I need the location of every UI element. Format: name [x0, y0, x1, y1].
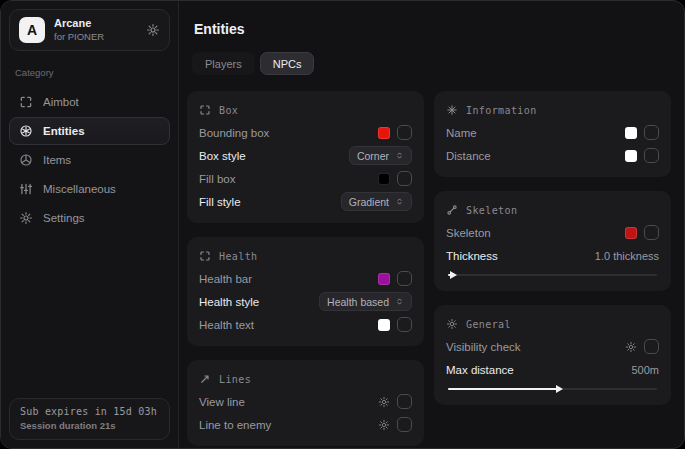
- setting-row-fill-style: Fill style Gradient: [199, 190, 412, 213]
- checkbox[interactable]: [644, 225, 659, 240]
- app-subtitle: for PIONER: [54, 31, 137, 43]
- category-label: Category: [15, 67, 164, 78]
- color-swatch[interactable]: [378, 173, 390, 185]
- corner-brackets-icon: [199, 250, 211, 262]
- row-config-gear-icon[interactable]: [378, 396, 390, 408]
- subscription-info: Sub expires in 15d 03h Session duration …: [9, 398, 170, 440]
- checkbox[interactable]: [397, 271, 412, 286]
- sparkle-icon: [446, 104, 458, 116]
- box-style-select[interactable]: Corner: [349, 146, 412, 165]
- card-general: General Visibility check Max distance 50…: [434, 305, 671, 405]
- tab-players[interactable]: Players: [192, 52, 255, 75]
- sidebar-nav: Aimbot Entities Items Miscellaneous: [9, 88, 170, 232]
- sidebar-item-label: Miscellaneous: [43, 183, 116, 195]
- page-title: Entities: [194, 21, 671, 37]
- row-config-gear-icon[interactable]: [625, 341, 637, 353]
- gear-icon: [19, 211, 33, 225]
- card-health: Health Health bar Health style Health ba…: [187, 237, 424, 346]
- sidebar-item-label: Entities: [43, 125, 85, 137]
- card-box: Box Bounding box Box style Corner: [187, 91, 424, 223]
- sidebar-item-label: Settings: [43, 212, 85, 224]
- sidebar-item-aimbot[interactable]: Aimbot: [9, 88, 170, 116]
- tab-npcs[interactable]: NPCs: [260, 52, 315, 75]
- setting-row-health-text: Health text: [199, 313, 412, 336]
- main-panel: Entities Players NPCs Box Bounding box: [179, 1, 684, 448]
- scan-icon: [19, 95, 33, 109]
- diagonal-line-icon: [199, 373, 211, 385]
- entity-tabs: Players NPCs: [192, 52, 671, 75]
- setting-row-fill-box: Fill box: [199, 167, 412, 190]
- setting-row-line-to-enemy: Line to enemy: [199, 413, 412, 436]
- bone-icon: [446, 204, 458, 216]
- setting-row-view-line: View line: [199, 390, 412, 413]
- setting-row-visibility-check: Visibility check: [446, 335, 659, 358]
- sidebar-item-label: Items: [43, 154, 71, 166]
- settings-gear-icon[interactable]: [146, 23, 160, 37]
- brand-header: A Arcane for PIONER: [9, 9, 170, 51]
- health-style-select[interactable]: Health based: [319, 292, 412, 311]
- sun-icon: [446, 318, 458, 330]
- card-title: Skeleton: [466, 205, 517, 216]
- card-title: Lines: [219, 374, 251, 385]
- checkbox[interactable]: [644, 125, 659, 140]
- thickness-slider[interactable]: [448, 270, 657, 280]
- color-swatch[interactable]: [378, 273, 390, 285]
- checkbox[interactable]: [644, 148, 659, 163]
- checkbox[interactable]: [397, 171, 412, 186]
- max-distance-value: 500m: [631, 364, 659, 376]
- sidebar: A Arcane for PIONER Category Aimbot Enti…: [1, 1, 179, 448]
- chevron-updown-icon: [395, 297, 404, 306]
- setting-row-max-distance: Max distance 500m: [446, 358, 659, 381]
- card-title: Information: [466, 105, 537, 116]
- sidebar-item-settings[interactable]: Settings: [9, 204, 170, 232]
- setting-row-name: Name: [446, 121, 659, 144]
- slider-handle[interactable]: [556, 385, 563, 393]
- checkbox[interactable]: [397, 394, 412, 409]
- checkbox[interactable]: [644, 339, 659, 354]
- sphere-icon: [19, 153, 33, 167]
- corner-brackets-icon: [199, 104, 211, 116]
- chevron-updown-icon: [395, 197, 404, 206]
- sidebar-item-entities[interactable]: Entities: [9, 117, 170, 145]
- sidebar-item-miscellaneous[interactable]: Miscellaneous: [9, 175, 170, 203]
- thickness-value: 1.0 thickness: [595, 250, 659, 262]
- card-title: General: [466, 319, 511, 330]
- session-duration-text: Session duration 21s: [20, 420, 159, 431]
- card-lines: Lines View line Line to enemy: [187, 360, 424, 446]
- sidebar-item-label: Aimbot: [43, 96, 79, 108]
- color-swatch[interactable]: [378, 319, 390, 331]
- setting-row-health-bar: Health bar: [199, 267, 412, 290]
- setting-row-bounding-box: Bounding box: [199, 121, 412, 144]
- setting-row-distance: Distance: [446, 144, 659, 167]
- sliders-icon: [19, 182, 33, 196]
- app-logo: A: [19, 17, 45, 43]
- row-config-gear-icon[interactable]: [378, 419, 390, 431]
- checkbox[interactable]: [397, 125, 412, 140]
- sidebar-item-items[interactable]: Items: [9, 146, 170, 174]
- radar-icon: [19, 124, 33, 138]
- color-swatch[interactable]: [625, 127, 637, 139]
- app-name: Arcane: [54, 17, 137, 31]
- checkbox[interactable]: [397, 417, 412, 432]
- checkbox[interactable]: [397, 317, 412, 332]
- fill-style-select[interactable]: Gradient: [341, 192, 412, 211]
- setting-row-health-style: Health style Health based: [199, 290, 412, 313]
- setting-row-thickness: Thickness 1.0 thickness: [446, 244, 659, 267]
- color-swatch[interactable]: [625, 150, 637, 162]
- setting-row-box-style: Box style Corner: [199, 144, 412, 167]
- setting-row-skeleton: Skeleton: [446, 221, 659, 244]
- chevron-updown-icon: [395, 151, 404, 160]
- card-title: Box: [219, 105, 238, 116]
- max-distance-slider[interactable]: [448, 384, 657, 394]
- card-information: Information Name Distance: [434, 91, 671, 177]
- card-title: Health: [219, 251, 258, 262]
- card-skeleton: Skeleton Skeleton Thickness 1.0 thicknes…: [434, 191, 671, 291]
- color-swatch[interactable]: [625, 227, 637, 239]
- slider-handle[interactable]: [450, 271, 457, 279]
- app-window: A Arcane for PIONER Category Aimbot Enti…: [0, 0, 685, 449]
- color-swatch[interactable]: [378, 127, 390, 139]
- sub-expiry-text: Sub expires in 15d 03h: [20, 406, 159, 417]
